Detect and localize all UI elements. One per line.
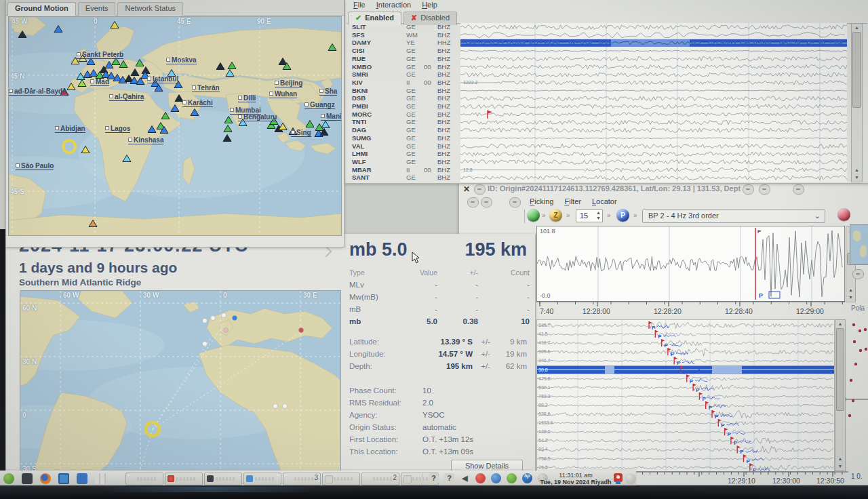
mag-table-row[interactable]: Mw(mB)--- (349, 291, 530, 303)
time-window-spinbox[interactable]: 15 ▲▼ (576, 209, 603, 222)
event-location-map[interactable]: 60 W30 W030 E60 N30 N030 S (20, 290, 341, 473)
hp-icon[interactable]: hp (522, 473, 532, 483)
taskbar-window-button[interactable] (322, 473, 360, 485)
status-circle-icon[interactable] (625, 473, 636, 484)
mag-table-row[interactable]: MLv--- (349, 279, 530, 291)
grid-icon[interactable] (95, 473, 106, 484)
station-row-smri[interactable]: SMRIGEBHZ (345, 71, 460, 79)
spin-arrows-icon[interactable]: ▲▼ (596, 210, 601, 221)
maximize-icon[interactable] (759, 184, 770, 195)
scroll-up-icon[interactable]: ▲ (852, 24, 862, 31)
station-row-sumg[interactable]: SUMGGEBHZ (345, 134, 460, 142)
info-row: Phase Count:10 (349, 384, 531, 397)
network-icon[interactable] (491, 473, 501, 483)
help-bubble-icon[interactable]: ? (429, 473, 439, 483)
station-row-kiv[interactable]: KIVII00BHZ (345, 79, 460, 87)
station-row-val[interactable]: VALGEBHZ (345, 142, 460, 151)
clock[interactable]: 11:31:01 am Tue, 19 Nov 2024 Riyadh (539, 472, 612, 485)
help-bubble-icon[interactable]: ? (444, 473, 454, 483)
station-row-wlf[interactable]: WLFGEBHZ (345, 158, 460, 166)
mag-table-header: TypeValue+/-Count (349, 266, 530, 279)
taskbar-window-button[interactable] (243, 473, 281, 485)
svg-text:P: P (671, 351, 675, 357)
station-row-kmbo[interactable]: KMBOGE00BHZ (345, 63, 460, 71)
menu-locator[interactable]: Locator (587, 197, 623, 206)
float-icon[interactable] (793, 184, 804, 195)
filter-dropdown[interactable]: BP 2 - 4 Hz 3rd order ⌄ (642, 209, 825, 223)
map-tool-icon[interactable] (852, 269, 864, 279)
station-row-morc[interactable]: MORCGEBHZ (345, 111, 460, 119)
station-row-damy[interactable]: DAMYYEHHZ (345, 39, 460, 47)
picker-scroll-down-icon[interactable]: ▼ (835, 463, 845, 470)
station-dot (222, 313, 226, 318)
picker-scrollbar[interactable]: ▲ ▲ ▼ (835, 319, 846, 471)
svg-text:P: P (715, 414, 719, 420)
trace-scrollbar[interactable]: ▲ ▲ ▼ (851, 23, 863, 182)
zoom-tool-button[interactable]: Z (549, 209, 562, 222)
zoom-trace-panel[interactable]: PP (536, 226, 845, 302)
station-row-mbar[interactable]: MBARII00BHZ (345, 166, 460, 174)
pick-p-button[interactable]: P (616, 209, 629, 222)
toolbar-extender3-icon[interactable]: » (607, 212, 610, 219)
picker-traces-panel[interactable]: 349.7P41.5P416.7P928.6P346.4P30.8P479.8P… (536, 319, 835, 472)
taskbar-window-button[interactable]: 3 (283, 473, 321, 485)
minimize-icon[interactable] (743, 184, 754, 195)
utility-icon[interactable] (22, 473, 33, 484)
location-row: Longitude:14.57 ° W+/-19 km (349, 348, 531, 360)
mag-table-row[interactable]: mb5.00.3810 (349, 315, 530, 327)
media-icon[interactable] (475, 473, 486, 483)
nav-back-icon[interactable] (467, 197, 479, 207)
magnitude-headline: mb 5.0 (349, 239, 408, 260)
station-row-slit[interactable]: SLITGEBHZ (345, 23, 460, 31)
toolbar-extender-icon[interactable]: » (542, 212, 545, 219)
taskbar-window-button[interactable]: 2 (361, 473, 399, 485)
close-icon[interactable]: ✕ (463, 184, 470, 194)
notification-icon[interactable] (614, 473, 623, 482)
dock-icon[interactable] (474, 184, 486, 195)
menu-picking[interactable]: Picking (524, 197, 559, 206)
station-row-tnti[interactable]: TNTIGEBHZ (345, 118, 460, 126)
origin-id-title: ID: Origin#20241117124613.112769.428361,… (488, 184, 741, 193)
svg-text:P: P (740, 449, 744, 455)
mini-map-thumbnail[interactable] (850, 224, 868, 265)
station-row-bkni[interactable]: BKNIGEBHZ (345, 87, 460, 95)
city-label: al-Qahira (109, 93, 144, 101)
amp-up2-icon[interactable]: ▲ (846, 287, 855, 294)
nav-fwd-icon[interactable] (481, 197, 492, 207)
station-row-cisi[interactable]: CISIGEBHZ (345, 47, 460, 55)
taskbar-window-button[interactable] (125, 473, 163, 485)
firefox-icon[interactable] (40, 473, 51, 484)
tab-ground-motion[interactable]: Ground Motion (7, 2, 76, 16)
display-icon[interactable] (58, 473, 69, 484)
tab-events[interactable]: Events (78, 2, 116, 16)
magnitude-table[interactable]: TypeValue+/-CountMLv---Mw(mB)---mB---mb5… (349, 266, 530, 327)
station-network-map[interactable]: 45 W045 E90 E45 N45 SSankt PeterbMoskvaM… (8, 16, 342, 236)
station-row-pmbi[interactable]: PMBIGEBHZ (345, 102, 460, 111)
amp-down-icon[interactable]: ▼ (846, 294, 855, 301)
toolbar-extender4-icon[interactable]: » (633, 212, 637, 219)
resize-grip-icon[interactable] (321, 246, 332, 258)
toolbar-extender2-icon[interactable]: » (566, 212, 570, 219)
taskbar-window-button[interactable] (204, 473, 242, 485)
station-row-dag[interactable]: DAGGEBHZ (345, 126, 460, 134)
scroll-up2-icon[interactable]: ▲ (852, 167, 862, 174)
station-row-lhmi[interactable]: LHMIGEBHZ (345, 150, 460, 158)
abort-button[interactable] (837, 208, 850, 221)
suse-icon[interactable] (3, 473, 14, 484)
status-green-icon[interactable] (507, 473, 517, 483)
menu-filter[interactable]: Filter (559, 197, 586, 206)
station-row-dsb[interactable]: DSBGEBHZ (345, 94, 460, 102)
tab-network-status[interactable]: Network Status (117, 2, 183, 16)
station-row-sfs[interactable]: SFSWMBHZ (345, 31, 460, 39)
picker-scroll-up-icon[interactable]: ▲ (835, 321, 845, 327)
nav-home-icon[interactable] (509, 197, 521, 207)
station-row-sant[interactable]: SANTGEBHZ (345, 174, 460, 182)
files-icon[interactable] (77, 473, 87, 484)
mag-table-row[interactable]: mB--- (349, 303, 530, 315)
station-row-rue[interactable]: RUEGEBHZ (345, 55, 460, 63)
picker-scroll-up2-icon[interactable]: ▲ (835, 456, 845, 462)
relocate-button[interactable] (527, 209, 540, 222)
volume-icon[interactable]: ◀ (460, 473, 470, 483)
scroll-down-icon[interactable]: ▼ (852, 174, 862, 181)
taskbar-window-button[interactable] (165, 473, 203, 485)
